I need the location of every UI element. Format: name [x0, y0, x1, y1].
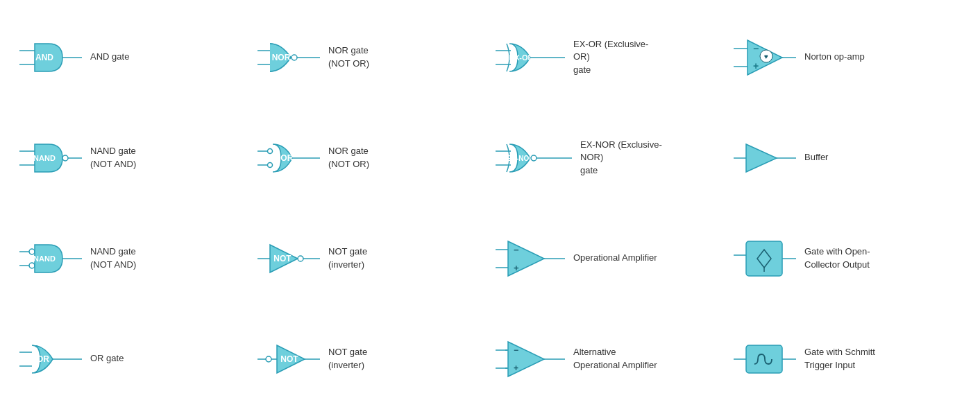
cell-open-collector: Gate with Open-Collector Output — [728, 208, 966, 309]
cell-ex-or-gate: EX-OR EX-OR (Exclusive-OR)gate — [490, 7, 728, 107]
cell-nor-gate-1: NOR NOR gate(NOT OR) — [252, 7, 490, 107]
svg-rect-81 — [746, 345, 782, 373]
and-gate-label: AND gate — [90, 51, 129, 63]
svg-text:AND: AND — [35, 53, 53, 62]
schmitt-trigger-label: Gate with SchmittTrigger Input — [804, 346, 875, 371]
component-grid: AND AND gate NOR NOR gate(NOT OR) — [0, 0, 980, 416]
svg-marker-38 — [746, 144, 777, 172]
cell-not-gate-2: NOT NOT gate(inverter) — [252, 309, 490, 409]
cell-and-gate: AND AND gate — [14, 7, 252, 107]
not-gate-2-label: NOT gate(inverter) — [328, 346, 367, 371]
svg-text:NAND: NAND — [33, 154, 56, 162]
nand-gate-2-label: NAND gate(NOT AND) — [90, 245, 136, 270]
svg-point-49 — [298, 256, 303, 261]
not-gate-1-label: NOT gate(inverter) — [328, 245, 367, 270]
cell-nand-gate-1: NAND NAND gate(NOT AND) — [14, 107, 252, 208]
ex-nor-gate-label: EX-NOR (Exclusive-NOR)gate — [580, 139, 670, 177]
svg-text:NOT: NOT — [280, 354, 298, 364]
svg-point-35 — [531, 155, 537, 161]
svg-text:−: − — [514, 245, 519, 255]
svg-text:♥: ♥ — [764, 53, 768, 60]
svg-text:NOR: NOR — [275, 153, 294, 163]
svg-point-67 — [266, 356, 271, 362]
svg-text:+: + — [753, 60, 759, 71]
svg-text:−: − — [514, 345, 518, 355]
cell-nand-gate-2: NAND NAND gate(NOT AND) — [14, 208, 252, 309]
svg-point-7 — [292, 55, 297, 60]
nor-gate-1-label: NOR gate(NOT OR) — [328, 44, 369, 69]
cell-ex-nor-gate: EX-NOR EX-NOR (Exclusive-NOR)gate — [490, 107, 728, 208]
cell-not-gate-1: NOT NOT gate(inverter) — [252, 208, 490, 309]
svg-point-29 — [268, 162, 273, 167]
svg-text:EX-NOR: EX-NOR — [507, 155, 535, 162]
cell-nor-gate-2: NOR NOR gate(NOT OR) — [252, 107, 490, 208]
svg-text:NOR: NOR — [272, 53, 291, 62]
svg-text:OR: OR — [37, 354, 49, 364]
cell-alt-op-amp: − + AlternativeOperational Amplifier — [490, 309, 728, 409]
svg-text:EX-OR: EX-OR — [509, 53, 534, 62]
norton-opamp-label: Norton op-amp — [804, 51, 865, 63]
op-amp-label: Operational Amplifier — [573, 252, 657, 264]
svg-point-42 — [29, 249, 35, 254]
alt-op-amp-label: AlternativeOperational Amplifier — [573, 346, 657, 371]
svg-text:NAND: NAND — [33, 254, 56, 263]
svg-text:+: + — [514, 363, 518, 373]
cell-or-gate: OR OR gate — [14, 309, 252, 409]
cell-schmitt-trigger: Gate with SchmittTrigger Input — [728, 309, 966, 409]
svg-text:+: + — [514, 263, 519, 273]
ex-or-gate-label: EX-OR (Exclusive-OR)gate — [573, 38, 664, 76]
open-collector-label: Gate with Open-Collector Output — [804, 245, 870, 270]
nand-gate-1-label: NAND gate(NOT AND) — [90, 145, 136, 170]
buffer-label: Buffer — [804, 151, 828, 164]
svg-text:−: − — [753, 43, 759, 54]
svg-point-24 — [62, 155, 68, 161]
cell-norton-opamp: − + ♥ Norton op-amp — [728, 7, 966, 107]
cell-buffer: Buffer — [728, 107, 966, 208]
nor-gate-2-label: NOR gate(NOT OR) — [328, 145, 369, 170]
svg-text:NOT: NOT — [273, 254, 292, 263]
or-gate-label: OR gate — [90, 352, 124, 365]
cell-op-amp: − + Operational Amplifier — [490, 208, 728, 309]
svg-point-28 — [268, 148, 273, 153]
svg-point-43 — [29, 263, 35, 268]
